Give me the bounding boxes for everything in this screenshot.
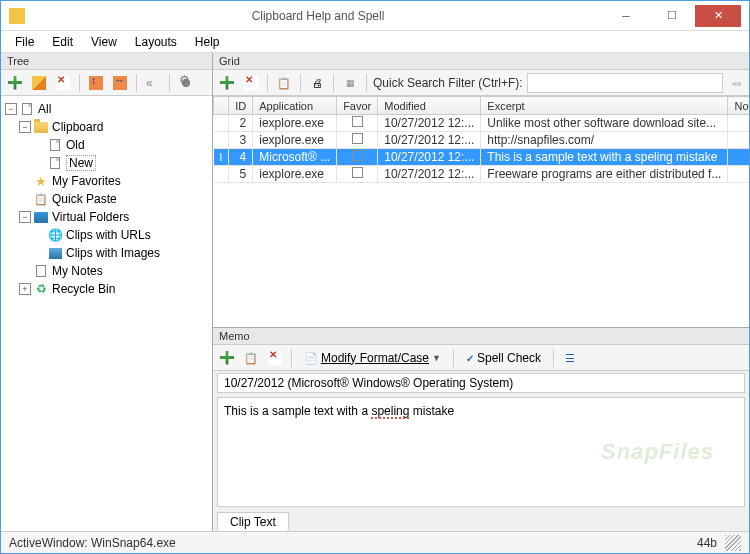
checkbox-icon — [352, 150, 363, 161]
tree-node-new[interactable]: New — [1, 154, 212, 172]
tab-clip-text[interactable]: Clip Text — [217, 512, 289, 531]
col-favor[interactable]: Favor — [337, 97, 378, 115]
table-row[interactable]: 2iexplore.exe10/27/2012 12:...Unlike mos… — [214, 115, 750, 132]
separator — [366, 74, 367, 92]
tree-toggle[interactable]: − — [19, 211, 31, 223]
search-input[interactable] — [527, 73, 723, 93]
delete-icon — [56, 76, 70, 90]
grid-toolbar: ▦ Quick Search Filter (Ctrl+F): — [213, 70, 749, 96]
vfolder-icon — [33, 210, 49, 224]
table-row[interactable]: 3iexplore.exe10/27/2012 12:...http://sna… — [214, 132, 750, 149]
memo-lines-button[interactable] — [560, 348, 580, 368]
menu-file[interactable]: File — [7, 33, 42, 51]
cell-favor[interactable] — [337, 132, 378, 149]
grid-copy-button[interactable] — [274, 73, 294, 93]
table-row[interactable]: 5iexplore.exe10/27/2012 12:...Freeware p… — [214, 166, 750, 183]
cell-id: 5 — [229, 166, 253, 183]
tree-header: Tree — [1, 53, 212, 70]
maximize-button[interactable]: ☐ — [649, 5, 695, 27]
tree-node-recycle[interactable]: + ♻ Recycle Bin — [1, 280, 212, 298]
spell-check-button[interactable]: Spell Check — [460, 349, 547, 367]
col-marker[interactable] — [214, 97, 229, 115]
memo-info-field[interactable]: 10/27/2012 (Microsoft® Windows® Operatin… — [217, 373, 745, 393]
memo-delete-button[interactable] — [265, 348, 285, 368]
separator — [291, 349, 292, 367]
tree-toggle[interactable]: − — [5, 103, 17, 115]
memo-text-area[interactable]: This is a sample text with a speling mis… — [217, 397, 745, 507]
menu-edit[interactable]: Edit — [44, 33, 81, 51]
tree-toggle[interactable]: − — [19, 121, 31, 133]
tree-node-clips-urls[interactable]: 🌐 Clips with URLs — [1, 226, 212, 244]
cell-application: Microsoft® ... — [253, 149, 337, 166]
tree-collapse-button[interactable] — [143, 73, 163, 93]
menu-help[interactable]: Help — [187, 33, 228, 51]
tree-label: Old — [66, 138, 85, 152]
tree-label: Clips with URLs — [66, 228, 151, 242]
close-button[interactable]: ✕ — [695, 5, 741, 27]
tree-add-button[interactable] — [5, 73, 25, 93]
tree-node-old[interactable]: Old — [1, 136, 212, 154]
tree-edit-button[interactable] — [29, 73, 49, 93]
tree-node-notes[interactable]: My Notes — [1, 262, 212, 280]
menu-view[interactable]: View — [83, 33, 125, 51]
cell-favor[interactable] — [337, 166, 378, 183]
col-excerpt[interactable]: Excerpt — [481, 97, 728, 115]
minimize-button[interactable]: ─ — [603, 5, 649, 27]
col-application[interactable]: Application — [253, 97, 337, 115]
collapse-icon — [146, 76, 160, 90]
main-area: Tree − All − Clipboard — [1, 53, 749, 531]
tree-settings-button[interactable] — [176, 73, 196, 93]
checkbox-icon — [352, 116, 363, 127]
col-notes[interactable]: Notes — [728, 97, 749, 115]
memo-add-button[interactable] — [217, 348, 237, 368]
col-id[interactable]: ID — [229, 97, 253, 115]
tree-node-vfolders[interactable]: − Virtual Folders — [1, 208, 212, 226]
tree-reorder1-button[interactable] — [86, 73, 106, 93]
grid-delete-button[interactable] — [241, 73, 261, 93]
cell-favor[interactable] — [337, 149, 378, 166]
cell-excerpt: This is a sample text with a speling mis… — [481, 149, 728, 166]
tree-node-quickpaste[interactable]: 📋 Quick Paste — [1, 190, 212, 208]
spell-label: Spell Check — [477, 351, 541, 365]
table-row[interactable]: I4Microsoft® ...10/27/2012 12:...This is… — [214, 149, 750, 166]
tree-node-clips-images[interactable]: Clips with Images — [1, 244, 212, 262]
grid-extra-button[interactable]: ▦ — [340, 73, 360, 93]
delete-icon — [268, 351, 282, 365]
copy-icon — [277, 76, 291, 90]
tree-node-clipboard[interactable]: − Clipboard — [1, 118, 212, 136]
tree-label: Virtual Folders — [52, 210, 129, 224]
grid-body[interactable]: ID Application Favor Modified Excerpt No… — [213, 96, 749, 327]
memo-paste-button[interactable] — [241, 348, 261, 368]
cell-notes — [728, 149, 749, 166]
menu-layouts[interactable]: Layouts — [127, 33, 185, 51]
cell-id: 3 — [229, 132, 253, 149]
grid-panel: Grid ▦ Quick Search Filter (Ctrl+F): — [213, 53, 749, 328]
tree-body[interactable]: − All − Clipboard Old New — [1, 96, 212, 531]
col-modified[interactable]: Modified — [378, 97, 481, 115]
memo-header-label: Memo — [213, 328, 749, 345]
reorder-icon — [89, 76, 103, 90]
tree-label: Recycle Bin — [52, 282, 115, 296]
search-clear-button[interactable] — [727, 74, 745, 92]
titlebar: Clipboard Help and Spell ─ ☐ ✕ — [1, 1, 749, 31]
grid-print-button[interactable] — [307, 73, 327, 93]
modify-label: Modify Format/Case — [321, 351, 429, 365]
resize-grip[interactable] — [725, 535, 741, 551]
tree-delete-button[interactable] — [53, 73, 73, 93]
modify-format-button[interactable]: Modify Format/Case ▼ — [298, 349, 447, 367]
memo-text-before: This is a sample text with a — [224, 404, 371, 418]
cell-id: 4 — [229, 149, 253, 166]
note-icon — [33, 264, 49, 278]
separator — [553, 349, 554, 367]
grid-icon: ▦ — [346, 78, 355, 88]
tree-node-favorites[interactable]: ★ My Favorites — [1, 172, 212, 190]
gear-icon — [179, 76, 193, 90]
tree-node-all[interactable]: − All — [1, 100, 212, 118]
memo-toolbar: Modify Format/Case ▼ Spell Check — [213, 345, 749, 371]
grid-add-button[interactable] — [217, 73, 237, 93]
folder-icon — [33, 120, 49, 134]
grid-header-row: ID Application Favor Modified Excerpt No… — [214, 97, 750, 115]
tree-toggle[interactable]: + — [19, 283, 31, 295]
tree-reorder2-button[interactable] — [110, 73, 130, 93]
cell-favor[interactable] — [337, 115, 378, 132]
